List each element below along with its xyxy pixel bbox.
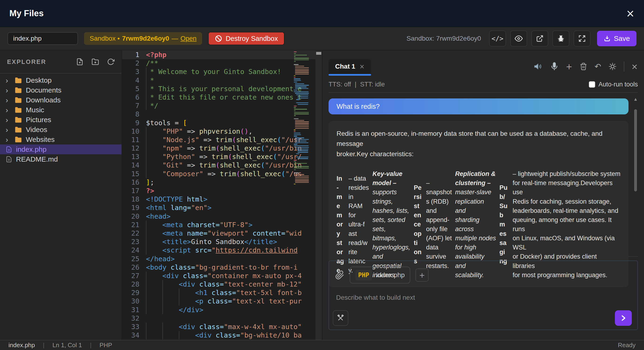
- code-line-3[interactable]: 3* Welcome to your Ginto Sandbox!: [122, 67, 322, 76]
- code-lines: 1<?php2/**3* Welcome to your Ginto Sandb…: [122, 51, 322, 339]
- code-line-33[interactable]: 33<div class="max-w-4xl mx-auto": [122, 322, 322, 331]
- code-line-27[interactable]: 27<div class="container mx-auto px-4: [122, 271, 322, 280]
- code-line-18[interactable]: 18<!DOCTYPE html>: [122, 195, 322, 203]
- sidebar-folder-music[interactable]: ›Music: [0, 105, 122, 115]
- new-chat-icon[interactable]: +: [566, 62, 573, 71]
- toolbar: Sandbox • 7rwm9d2e6oy0 — Open Destroy Sa…: [0, 27, 644, 51]
- file-label: README.md: [16, 155, 58, 163]
- fullscreen-button[interactable]: [574, 31, 590, 47]
- new-file-icon[interactable]: [76, 58, 84, 66]
- assistant-table-column-1: In - m e m or y st or ag e: [336, 174, 345, 275]
- preview-button[interactable]: [510, 31, 527, 47]
- code-line-25[interactable]: 25</head>: [122, 255, 322, 263]
- tab-chat-1[interactable]: Chat 1 ×: [328, 59, 371, 74]
- sandbox-open-link[interactable]: Open: [180, 35, 197, 42]
- undo-icon[interactable]: ↶: [594, 62, 601, 71]
- debug-button[interactable]: [552, 31, 569, 47]
- code-line-34[interactable]: 34<div class="bg-white/10 ba: [122, 331, 322, 339]
- filename-input[interactable]: [8, 32, 78, 45]
- code-line-6[interactable]: 6* Edit this file or create new ones t: [122, 93, 322, 102]
- code-line-19[interactable]: 19<html lang="en">: [122, 203, 322, 212]
- code-line-29[interactable]: 29<h1 class="text-5xl font-b: [122, 288, 322, 297]
- autorun-tools-checkbox[interactable]: [589, 81, 595, 88]
- minimap[interactable]: [294, 52, 314, 340]
- code-line-13[interactable]: 13"Python" => trim(shell_exec("/usr/: [122, 152, 322, 161]
- code-line-23[interactable]: 23<title>Ginto Sandbox</title>: [122, 237, 322, 246]
- open-external-button[interactable]: [531, 31, 548, 47]
- code-line-12[interactable]: 12"npm" => trim(shell_exec("/usr/bin: [122, 144, 322, 152]
- code-editor[interactable]: 1<?php2/**3* Welcome to your Ginto Sandb…: [122, 51, 322, 340]
- paperclip-icon[interactable]: [335, 270, 344, 280]
- line-number: 1: [122, 51, 146, 59]
- code-line-14[interactable]: 14"Git" => trim(shell_exec("/usr/bin: [122, 161, 322, 169]
- send-button[interactable]: [615, 310, 632, 326]
- code-line-17[interactable]: 17?>: [122, 187, 322, 195]
- code-line-16[interactable]: 16];: [122, 178, 322, 187]
- chat-input[interactable]: [329, 283, 638, 310]
- scroll-up-arrow-icon[interactable]: ▲: [634, 97, 638, 101]
- code-line-21[interactable]: 21<meta charset="UTF-8">: [122, 221, 322, 229]
- sidebar-folder-websites[interactable]: ›Websites: [0, 135, 122, 144]
- trash-icon[interactable]: [580, 63, 588, 71]
- code-line-32[interactable]: 32: [122, 314, 322, 322]
- window-close-icon[interactable]: ×: [626, 8, 634, 19]
- code-line-8[interactable]: 8: [122, 110, 322, 118]
- save-download-icon: [604, 35, 611, 42]
- code-line-7[interactable]: 7*/: [122, 102, 322, 110]
- code-line-26[interactable]: 26<body class="bg-gradient-to-br from-i: [122, 263, 322, 271]
- code-icon: </>: [492, 35, 504, 43]
- code-line-28[interactable]: 28<div class="text-center mb-12": [122, 280, 322, 288]
- hammer-wrench-icon: [336, 314, 344, 322]
- sidebar-folder-pictures[interactable]: ›Pictures: [0, 115, 122, 125]
- line-number: 8: [122, 110, 146, 118]
- chat-composer: PHP index.php +: [328, 260, 638, 330]
- attachment-chip[interactable]: PHP index.php: [350, 267, 410, 283]
- line-number: 16: [122, 178, 146, 187]
- line-number: 33: [122, 322, 146, 331]
- editor-scrollbar[interactable]: [316, 51, 322, 340]
- line-number: 4: [122, 76, 146, 85]
- sidebar-file-index.php[interactable]: index.php: [0, 144, 122, 154]
- code-line-4[interactable]: 4*: [122, 76, 322, 85]
- code-line-10[interactable]: 10"PHP" => phpversion(),: [122, 127, 322, 136]
- chat-close-icon[interactable]: ×: [631, 62, 638, 71]
- sidebar-folder-downloads[interactable]: ›Downloads: [0, 95, 122, 105]
- sidebar-folder-documents[interactable]: ›Documents: [0, 85, 122, 95]
- code-line-30[interactable]: 30<p class="text-xl text-pur: [122, 297, 322, 305]
- chat-scrollbar-thumb[interactable]: [634, 109, 637, 191]
- sidebar-folder-desktop[interactable]: ›Desktop: [0, 75, 122, 85]
- code-line-11[interactable]: 11"Node.js" => trim(shell_exec("/usr: [122, 136, 322, 144]
- assistant-intro-text: Redis is an open-source, in-memory data …: [336, 129, 620, 159]
- tools-button[interactable]: [333, 310, 348, 326]
- code-line-24[interactable]: 24<script src="https://cdn.tailwind: [122, 246, 322, 254]
- new-folder-icon[interactable]: [92, 58, 99, 66]
- sandbox-badge-id: 7rwm9d2e6oy0: [122, 35, 169, 42]
- code-view-button[interactable]: </>: [489, 31, 506, 47]
- line-number: 5: [122, 85, 146, 93]
- block-icon: [215, 35, 222, 42]
- add-attachment-button[interactable]: +: [416, 268, 428, 282]
- code-line-5[interactable]: 5* This is your personal development e: [122, 85, 322, 93]
- destroy-sandbox-button[interactable]: Destroy Sandbox: [208, 32, 284, 45]
- chat-scrollbar[interactable]: ▲: [634, 97, 638, 255]
- folder-label: Music: [26, 106, 44, 114]
- settings-gear-icon[interactable]: [608, 62, 617, 71]
- code-line-22[interactable]: 22<meta name="viewport" content="wid: [122, 229, 322, 237]
- refresh-icon[interactable]: [107, 58, 114, 66]
- statusbar-separator: |: [43, 341, 44, 349]
- sidebar-folder-videos[interactable]: ›Videos: [0, 125, 122, 135]
- code-line-15[interactable]: 15"Composer" => trim(shell_exec("/us: [122, 170, 322, 178]
- code-line-31[interactable]: 31</div>: [122, 306, 322, 314]
- chat-tab-close-icon[interactable]: ×: [360, 63, 365, 70]
- line-number: 22: [122, 229, 146, 237]
- tts-speaker-icon[interactable]: [534, 62, 543, 71]
- code-line-20[interactable]: 20<head>: [122, 212, 322, 221]
- code-line-9[interactable]: 9$tools = [: [122, 119, 322, 127]
- microphone-icon[interactable]: [550, 62, 559, 71]
- editor-scrollbar-thumb[interactable]: [316, 52, 321, 55]
- sidebar-file-readme.md[interactable]: README.md: [0, 154, 122, 164]
- code-line-1[interactable]: 1<?php: [122, 51, 322, 59]
- language-mode[interactable]: PHP: [100, 341, 112, 349]
- save-button[interactable]: Save: [597, 31, 636, 46]
- code-line-2[interactable]: 2/**: [122, 59, 322, 67]
